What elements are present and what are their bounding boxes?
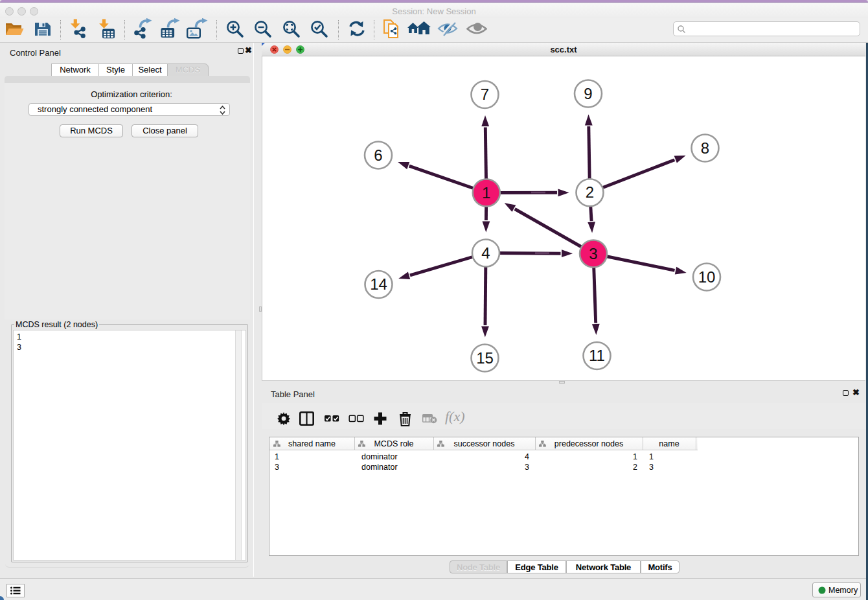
svg-text:8: 8: [701, 139, 709, 157]
svg-text:6: 6: [374, 146, 382, 164]
svg-text:2: 2: [586, 183, 594, 201]
svg-text:9: 9: [584, 85, 592, 102]
svg-text:1: 1: [482, 184, 490, 202]
svg-text:7: 7: [481, 86, 489, 103]
svg-text:11: 11: [589, 347, 605, 364]
svg-text:14: 14: [370, 275, 387, 293]
svg-text:3: 3: [589, 245, 597, 262]
svg-text:4: 4: [481, 244, 490, 262]
svg-text:15: 15: [476, 349, 494, 367]
svg-text:10: 10: [698, 268, 716, 286]
